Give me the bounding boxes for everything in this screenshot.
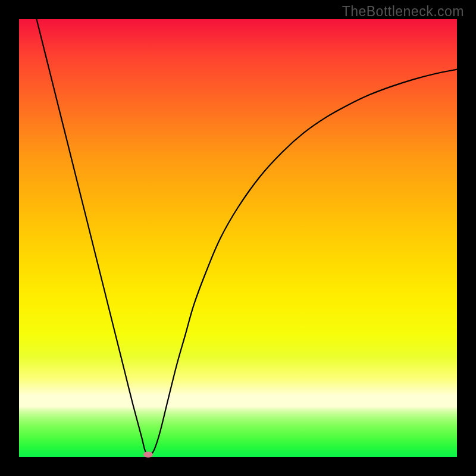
optimum-dot	[143, 452, 153, 458]
chart-gradient-background	[19, 19, 457, 457]
watermark-text: TheBottleneck.com	[342, 4, 464, 20]
